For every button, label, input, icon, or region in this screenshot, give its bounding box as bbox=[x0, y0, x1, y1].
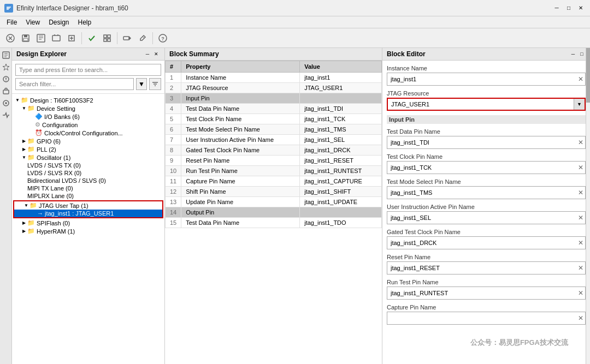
toolbar-help-btn[interactable]: ? bbox=[156, 31, 170, 45]
jtag-resource-label: JTAG Resource bbox=[387, 90, 586, 97]
expand-icon[interactable]: ▼ bbox=[14, 98, 21, 103]
tree-hyperram[interactable]: ▶ 📁 HyperRAM (1) bbox=[12, 227, 164, 235]
test-data-pin-input[interactable] bbox=[387, 136, 586, 149]
toolbar-btn7[interactable] bbox=[100, 31, 114, 45]
reset-pin-input[interactable] bbox=[387, 261, 586, 275]
row-value: jtag_inst1_RESET bbox=[300, 156, 382, 166]
toolbar-close-btn[interactable] bbox=[3, 31, 17, 45]
maximize-button[interactable]: □ bbox=[564, 3, 574, 13]
tree-clock-config[interactable]: ⏰ Clock/Control Configuration... bbox=[12, 129, 164, 137]
col-value: Value bbox=[300, 61, 382, 73]
test-data-pin-clear[interactable]: ✕ bbox=[578, 139, 583, 146]
run-test-pin-clear[interactable]: ✕ bbox=[578, 289, 583, 297]
menu-file[interactable]: File bbox=[2, 17, 21, 27]
test-mode-pin-clear[interactable]: ✕ bbox=[578, 189, 583, 196]
run-test-pin-label: Run Test Pin Name bbox=[387, 279, 586, 285]
side-icon-1[interactable] bbox=[1, 50, 11, 60]
tree-device-setting[interactable]: ▼ 📁 Device Setting bbox=[12, 104, 164, 112]
row-value: JTAG_USER1 bbox=[300, 83, 382, 93]
expand-icon[interactable]: ▶ bbox=[21, 220, 27, 225]
toolbar-btn5[interactable] bbox=[64, 31, 79, 45]
side-icon-3[interactable] bbox=[1, 74, 11, 84]
jtag-resource-dropdown[interactable]: JTAG_USER1 ▼ bbox=[387, 98, 586, 111]
minimize-button[interactable]: ─ bbox=[552, 3, 562, 13]
filter-dropdown-btn[interactable]: ▼ bbox=[136, 78, 147, 90]
close-button[interactable]: ✕ bbox=[576, 3, 586, 13]
tree-lvds-rx[interactable]: LVDS / SLVS RX (0) bbox=[12, 169, 164, 177]
row-value: jtag_inst1_CAPTURE bbox=[300, 176, 382, 187]
instance-name-input[interactable] bbox=[387, 73, 586, 86]
user-instr-pin-input[interactable] bbox=[387, 211, 586, 224]
tree-gpio[interactable]: ▶ 📁 GPIO (6) bbox=[12, 137, 164, 145]
menu-view[interactable]: View bbox=[21, 17, 44, 27]
tree-jtag-inst1[interactable]: → jtag_inst1 : JTAG_USER1 bbox=[14, 210, 162, 217]
jtag-resource-arrow[interactable]: ▼ bbox=[574, 99, 585, 110]
tree-design-root[interactable]: ▼ 📁 Design : Ti60F100S3F2 bbox=[12, 96, 164, 104]
row-num: 8 bbox=[166, 145, 181, 156]
tree-oscillator[interactable]: ▼ 📁 Oscillator (1) bbox=[12, 153, 164, 162]
tree-jtag-tap[interactable]: ▼ 📁 JTAG User Tap (1) bbox=[14, 201, 162, 210]
right-scrollbar[interactable] bbox=[586, 48, 590, 364]
user-instr-pin-clear[interactable]: ✕ bbox=[578, 214, 583, 222]
user-instr-pin-wrap: ✕ bbox=[387, 211, 586, 224]
table-row: 5 Test Clock Pin Name jtag_inst1_TCK bbox=[166, 114, 382, 124]
toolbar-check-btn[interactable] bbox=[85, 31, 99, 45]
input-pin-section: Input Pin bbox=[387, 115, 586, 124]
explorer-minimize-btn[interactable]: ─ bbox=[144, 50, 151, 58]
tree-mipi-tx[interactable]: MIPI TX Lane (0) bbox=[12, 184, 164, 192]
side-icon-5[interactable] bbox=[1, 98, 11, 108]
editor-expand-btn[interactable]: □ bbox=[578, 50, 586, 58]
side-icon-6[interactable] bbox=[1, 110, 11, 120]
instance-name-clear-btn[interactable]: ✕ bbox=[578, 75, 583, 83]
tree-miplrx[interactable]: MIPLRX Lane (0) bbox=[12, 192, 164, 200]
toolbar-btn4[interactable] bbox=[49, 31, 63, 45]
test-clock-pin-input[interactable] bbox=[387, 161, 586, 174]
table-row: 6 Test Mode Select Pin Name jtag_inst1_T… bbox=[166, 124, 382, 135]
test-mode-pin-input[interactable] bbox=[387, 186, 586, 199]
expand-icon[interactable]: ▶ bbox=[21, 229, 27, 234]
reset-pin-clear[interactable]: ✕ bbox=[578, 264, 583, 272]
table-row: 3 Input Pin bbox=[166, 93, 382, 104]
editor-header-buttons: ─ □ bbox=[569, 50, 586, 58]
tree-io-banks[interactable]: 🔷 I/O Banks (6) bbox=[12, 112, 164, 121]
expand-icon[interactable]: ▶ bbox=[21, 147, 27, 152]
expand-icon[interactable]: ▼ bbox=[21, 106, 27, 111]
side-icon-2[interactable] bbox=[1, 62, 11, 72]
tree-configuration[interactable]: ⚙ Configuration bbox=[12, 121, 164, 129]
toolbar-edit-btn[interactable] bbox=[135, 31, 150, 45]
side-icon-4[interactable] bbox=[1, 86, 11, 96]
filter-input[interactable] bbox=[15, 78, 134, 90]
menu-help[interactable]: Help bbox=[74, 17, 96, 27]
toolbar-arrow-btn[interactable] bbox=[120, 31, 134, 45]
gated-clock-pin-input[interactable] bbox=[387, 236, 586, 249]
expand-icon[interactable]: ▼ bbox=[21, 155, 27, 160]
run-test-pin-input[interactable] bbox=[387, 287, 586, 300]
expand-icon[interactable]: ▼ bbox=[23, 203, 30, 208]
explorer-search-input[interactable] bbox=[15, 64, 161, 76]
scrollbar-thumb[interactable] bbox=[586, 48, 590, 103]
app-icon bbox=[4, 4, 13, 13]
tree-lvds-tx[interactable]: LVDS / SLVS TX (0) bbox=[12, 162, 164, 169]
toolbar-btn3[interactable] bbox=[34, 31, 48, 45]
row-num: 4 bbox=[166, 104, 181, 114]
toolbar-save-btn[interactable] bbox=[19, 31, 33, 45]
capture-pin-input[interactable] bbox=[387, 312, 586, 325]
row-property: Reset Pin Name bbox=[181, 156, 300, 166]
expand-icon[interactable]: ▶ bbox=[21, 139, 27, 144]
table-row: 4 Test Data Pin Name jtag_inst1_TDI bbox=[166, 104, 382, 114]
filter-settings-btn[interactable] bbox=[149, 78, 161, 90]
run-test-pin-field: Run Test Pin Name ✕ bbox=[387, 279, 586, 300]
explorer-close-btn[interactable]: ✕ bbox=[152, 50, 160, 58]
menu-design[interactable]: Design bbox=[44, 17, 73, 27]
editor-minimize-btn[interactable]: ─ bbox=[569, 50, 577, 58]
gated-clock-pin-clear[interactable]: ✕ bbox=[578, 239, 583, 247]
svg-rect-5 bbox=[24, 35, 27, 37]
capture-pin-clear[interactable]: ✕ bbox=[578, 314, 583, 322]
tree-spiflash[interactable]: ▶ 📁 SPIFlash (0) bbox=[12, 219, 164, 227]
row-property: Shift Pin Name bbox=[181, 187, 300, 197]
test-clock-pin-field: Test Clock Pin Name ✕ bbox=[387, 153, 586, 174]
tree-bidir-lvds[interactable]: Bidirectional LVDS / SLVS (0) bbox=[12, 177, 164, 184]
test-clock-pin-clear[interactable]: ✕ bbox=[578, 164, 583, 171]
tree-pll[interactable]: ▶ 📁 PLL (2) bbox=[12, 145, 164, 153]
svg-point-20 bbox=[5, 80, 7, 81]
